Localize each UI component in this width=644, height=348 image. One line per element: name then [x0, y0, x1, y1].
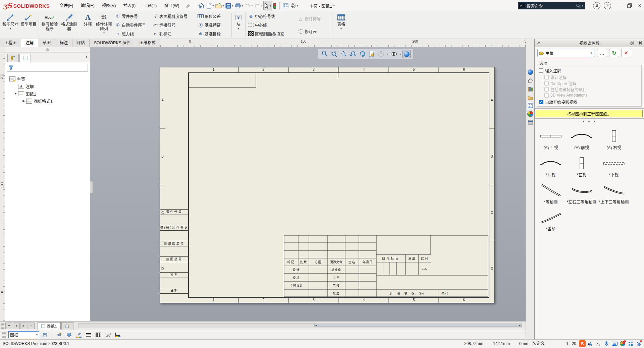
menu-edit[interactable]: 编辑(E): [77, 0, 98, 11]
layer-properties-button[interactable]: [41, 331, 49, 339]
sheet-tab-active[interactable]: 图纸1: [38, 322, 61, 330]
menu-window[interactable]: 窗口(W): [160, 0, 183, 11]
smart-dimension-button[interactable]: 智能尺寸 ▾: [1, 11, 19, 39]
balloon-button[interactable]: ①零件序号: [115, 13, 150, 20]
tab-dimension[interactable]: 标注: [55, 39, 72, 47]
tree-filter[interactable]: [5, 62, 90, 73]
add-sheet-button[interactable]: [61, 322, 73, 330]
refresh-button[interactable]: ↻: [609, 49, 619, 57]
gear-icon[interactable]: [630, 41, 635, 45]
layer-combo[interactable]: 图框 ▾: [8, 331, 39, 338]
weld-symbol-button[interactable]: 焊接符号: [152, 21, 193, 28]
expander-open-icon[interactable]: ▼: [13, 92, 18, 95]
menu-tools[interactable]: 工具(T): [139, 0, 160, 11]
checkbox-3d-view-annotations[interactable]: 3D View Annotations: [544, 92, 588, 98]
edit-layer-button[interactable]: [55, 331, 63, 339]
model-items-button[interactable]: 模型项目: [19, 11, 38, 39]
dropdown-icon[interactable]: ▾: [238, 27, 239, 30]
tree-item-root[interactable]: 主簧: [5, 75, 90, 82]
toolbar-grip[interactable]: [1, 323, 4, 329]
display-settings-button[interactable]: [282, 1, 289, 10]
dropdown-icon[interactable]: ▾: [340, 27, 342, 30]
hole-callout-button[interactable]: ⌀孔标注: [152, 30, 193, 37]
ime-settings-gear-icon[interactable]: [635, 340, 642, 347]
part-selector[interactable]: 主簧 ▾: [537, 49, 594, 57]
collapse-panel-icon[interactable]: «: [537, 40, 540, 46]
view-palette-icon[interactable]: [527, 102, 534, 109]
view-thumb-top[interactable]: (A) 上视: [535, 123, 566, 151]
tab-display-pane-icon[interactable]: [19, 54, 31, 62]
rebuild-button[interactable]: [272, 1, 277, 10]
area-hatch-button[interactable]: 区域剖面线/填充: [248, 30, 295, 37]
format-painter-button[interactable]: 格式涂刷器: [59, 11, 79, 39]
geometric-tolerance-button[interactable]: 形位公差: [198, 13, 229, 20]
tab-sheet-format[interactable]: 图纸格式: [135, 39, 160, 47]
display-style-icon[interactable]: [377, 50, 385, 58]
hide-show-items-icon[interactable]: [390, 50, 398, 58]
select-tool-button[interactable]: ▾: [263, 1, 272, 10]
spell-checker-button[interactable]: Abc✓ 拼写检验程序: [40, 11, 59, 39]
panel-resize-grip[interactable]: [90, 181, 93, 194]
open-button[interactable]: ▾: [215, 1, 224, 10]
rotate-view-icon[interactable]: [358, 50, 366, 58]
tab-addins[interactable]: SOLIDWORKS 插件: [90, 39, 135, 47]
zoom-to-fit-icon[interactable]: [321, 50, 329, 58]
line-color-button[interactable]: [75, 331, 83, 339]
zoom-in-out-icon[interactable]: [339, 50, 347, 58]
center-mark-button[interactable]: ⊕中心符号线: [248, 13, 295, 20]
view-thumb-front[interactable]: (A) 前视: [566, 123, 597, 151]
panel-splitter-handle[interactable]: [5, 47, 90, 53]
tree-item-sheet-format1[interactable]: ▶ 图纸格式1: [5, 97, 90, 105]
tab-annotation[interactable]: 注解: [21, 39, 38, 47]
redo-button[interactable]: ▾: [254, 1, 263, 10]
minimize-button[interactable]: —: [614, 0, 625, 11]
restore-button[interactable]: [625, 0, 635, 11]
previous-view-icon[interactable]: [349, 50, 357, 58]
chevron-right-icon[interactable]: ›: [86, 54, 87, 59]
ime-punctuation-icon[interactable]: ·,: [595, 340, 602, 347]
magnetic-line-button[interactable]: ∩磁力线: [115, 30, 150, 37]
view-thumb-right[interactable]: (A) 右视: [597, 123, 631, 151]
graphics-area[interactable]: ▾ ▾ 1 2 3 4 5: [90, 47, 526, 321]
undo-button[interactable]: ▾: [244, 1, 253, 10]
drag-handle-dots[interactable]: ▲ ▲ ▲: [582, 119, 597, 123]
prev-sheet-button[interactable]: ◀: [13, 323, 20, 329]
resources-home-icon[interactable]: [527, 77, 534, 84]
browse-button[interactable]: …: [597, 49, 607, 57]
view-thumb-bottom[interactable]: *下视: [597, 151, 631, 178]
keyboard-icon[interactable]: [611, 340, 618, 347]
checkbox-import-annotations[interactable]: 输入注解: [539, 67, 561, 73]
drawing-sheet[interactable]: 1 2 3 4 5 6 1 2 3 4 5 6 A B C D A B C D …: [160, 67, 495, 303]
delete-button[interactable]: ✕: [621, 49, 631, 57]
linear-note-pattern-button[interactable]: AAAAAA 线性注释阵列 ▾: [95, 11, 113, 39]
command-search[interactable]: >_ 搜索命令 ▾: [518, 2, 585, 9]
tab-sketch[interactable]: 草图: [38, 39, 55, 47]
last-sheet-button[interactable]: ⏭: [28, 323, 35, 329]
checkbox-dimxpert-annotations[interactable]: DimXpert 注解: [544, 80, 576, 86]
view-thumb-dimetric-lr[interactable]: *左右二等角轴测: [566, 178, 597, 205]
home-button[interactable]: [197, 1, 205, 10]
dropdown-icon[interactable]: ▾: [400, 53, 401, 56]
new-document-button[interactable]: ▾: [206, 1, 214, 10]
toolbar-grip[interactable]: [2, 332, 6, 338]
note-button[interactable]: A 注释: [81, 11, 95, 39]
tree-item-annotations[interactable]: A 注解: [5, 82, 90, 90]
block-button[interactable]: A° 块 ▾: [233, 11, 244, 39]
revision-cloud-button[interactable]: 修订云: [298, 28, 330, 35]
menu-file[interactable]: 文件(F): [56, 0, 77, 11]
search-dropdown-icon[interactable]: ▾: [582, 4, 583, 7]
microphone-icon[interactable]: [603, 340, 610, 347]
tab-drawing[interactable]: 工程图: [0, 39, 21, 47]
auto-balloon-button[interactable]: ①自动零件序号: [115, 21, 150, 28]
panel-divider[interactable]: [535, 108, 644, 109]
surface-finish-button[interactable]: √表面粗糙度符号: [152, 13, 193, 20]
sogou-ime-icon[interactable]: S: [579, 340, 586, 347]
save-button[interactable]: ▾: [225, 1, 234, 10]
datum-feature-button[interactable]: Ⓐ基准特征: [198, 21, 229, 28]
menu-insert[interactable]: 插入(I): [119, 0, 139, 11]
menu-view[interactable]: 视图(V): [98, 0, 120, 11]
centerline-button[interactable]: 中心线: [248, 21, 295, 28]
view-thumb-current[interactable]: *当前: [535, 205, 566, 232]
layers-button[interactable]: [65, 331, 73, 339]
skin-palette-icon[interactable]: [619, 340, 626, 347]
